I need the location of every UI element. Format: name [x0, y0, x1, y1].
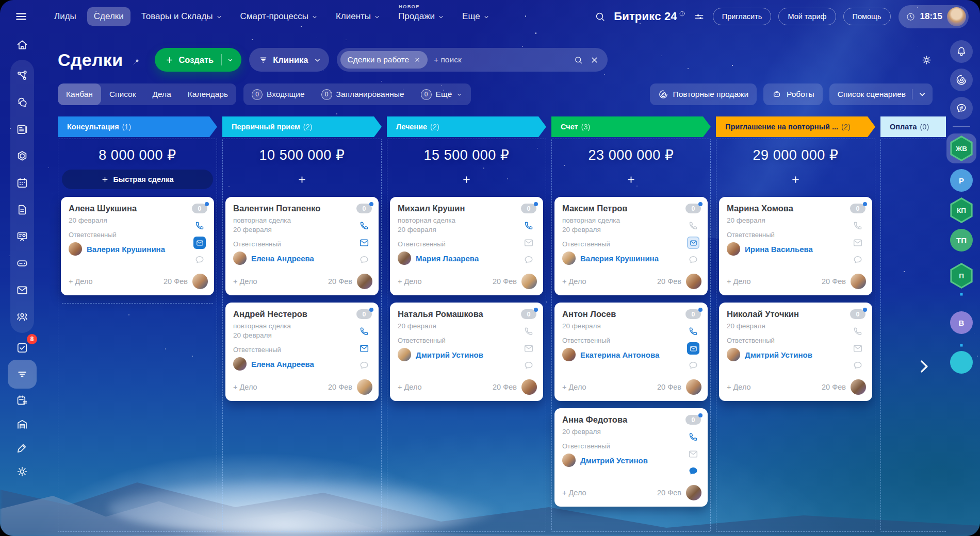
chat-action[interactable]: [852, 359, 864, 372]
phone-action[interactable]: [358, 325, 370, 338]
phone-action[interactable]: [687, 220, 699, 232]
clear-search-icon[interactable]: [590, 55, 599, 65]
user-presence-10[interactable]: В: [950, 311, 973, 334]
assignee-avatar[interactable]: [686, 485, 701, 500]
phone-action[interactable]: [522, 325, 535, 338]
user-avatar[interactable]: [947, 7, 966, 26]
nav-item-2[interactable]: Сделки: [87, 7, 130, 26]
assignee-avatar[interactable]: [521, 379, 537, 395]
search-icon[interactable]: [574, 55, 583, 65]
toolbar-action-2[interactable]: Роботы: [763, 83, 823, 105]
create-deal-button[interactable]: Создать: [155, 48, 241, 72]
add-todo-link[interactable]: + Дело: [69, 277, 93, 286]
chat-action[interactable]: [687, 254, 699, 266]
deal-card[interactable]: Валентин Потапенкоповторная сделка20 фев…: [225, 197, 379, 295]
mail-action[interactable]: [852, 342, 864, 355]
phone-action[interactable]: [687, 325, 699, 338]
notifications-button[interactable]: [950, 40, 973, 63]
assignee-avatar[interactable]: [192, 274, 208, 289]
assignee-avatar[interactable]: [686, 274, 701, 289]
column-header[interactable]: Консультация(1): [58, 116, 217, 137]
sidebar-item-cal[interactable]: [10, 171, 34, 195]
scroll-right-button[interactable]: [915, 358, 933, 375]
sidebar-item-sign[interactable]: [10, 436, 34, 460]
deal-card[interactable]: Андрей Нестеровповторная сделка20 феврал…: [225, 303, 379, 401]
toolbar-action-3[interactable]: Список сценариев: [829, 83, 933, 105]
responsible-link[interactable]: Валерия Крушинина: [580, 254, 659, 263]
sidebar-item-team[interactable]: [10, 305, 34, 329]
column-header[interactable]: Счет(3): [551, 116, 711, 137]
sidebar-item-feed[interactable]: [10, 118, 34, 141]
deal-card[interactable]: Антон Лосев20 февраляОтветственныйЕкатер…: [554, 303, 708, 401]
mail-action[interactable]: [522, 237, 535, 249]
responsible-link[interactable]: Елена Андреева: [251, 254, 314, 263]
sidebar-item-mail[interactable]: [10, 278, 34, 302]
board-settings-icon[interactable]: [921, 54, 933, 66]
phone-action[interactable]: [852, 325, 864, 338]
phone-action[interactable]: [193, 220, 206, 232]
sidebar-item-home[interactable]: [10, 33, 34, 57]
column-header[interactable]: Лечение(2): [387, 116, 546, 137]
mail-action[interactable]: [687, 342, 699, 355]
topbar-button-2[interactable]: Мой тариф: [778, 8, 836, 25]
sidebar-item-copilot[interactable]: [10, 144, 34, 168]
responsible-link[interactable]: Ирина Васильева: [745, 245, 813, 254]
add-todo-link[interactable]: + Дело: [727, 277, 751, 286]
chat-action[interactable]: [358, 254, 370, 266]
assignee-avatar[interactable]: [357, 379, 372, 395]
column-header[interactable]: Первичный прием(2): [222, 116, 382, 137]
user-presence-3[interactable]: КП: [950, 197, 973, 223]
mail-action[interactable]: [193, 237, 206, 249]
phone-action[interactable]: [358, 220, 370, 232]
counter-item-1[interactable]: 0Входящие: [243, 83, 313, 105]
add-todo-link[interactable]: + Дело: [562, 277, 586, 286]
counter-item-2[interactable]: 0Запланированные: [313, 83, 413, 105]
sliders-icon[interactable]: [693, 11, 705, 23]
responsible-link[interactable]: Валерия Крушинина: [87, 245, 165, 254]
sidebar-item-planner[interactable]: [10, 389, 34, 412]
view-tab-4[interactable]: Календарь: [179, 83, 236, 105]
add-todo-link[interactable]: + Дело: [233, 277, 257, 286]
chat-action[interactable]: [193, 254, 206, 266]
assignee-avatar[interactable]: [851, 379, 866, 395]
topbar-button-3[interactable]: Помощь: [843, 8, 891, 25]
add-todo-link[interactable]: + Дело: [398, 383, 422, 391]
nav-item-1[interactable]: Лиды: [47, 7, 83, 26]
sidebar-item-doc[interactable]: [10, 198, 34, 222]
user-presence-13[interactable]: [950, 351, 973, 374]
mail-action[interactable]: [687, 448, 699, 460]
add-todo-link[interactable]: + Дело: [398, 277, 422, 286]
nav-item-6[interactable]: НОВОЕПродажи: [391, 7, 451, 26]
deal-card[interactable]: Николай Уточкин20 февраляОтветственныйДм…: [719, 303, 872, 401]
assignee-avatar[interactable]: [521, 274, 537, 289]
add-deal-button[interactable]: [556, 170, 707, 189]
counter-item-3[interactable]: 0Ещё: [413, 83, 471, 105]
mail-action[interactable]: [358, 342, 370, 355]
sidebar-item-warehouse[interactable]: [10, 412, 34, 436]
chat-transfer-button[interactable]: [950, 97, 973, 120]
sidebar-item-boardp[interactable]: [10, 225, 34, 248]
menu-icon[interactable]: [14, 10, 28, 23]
responsible-link[interactable]: Дмитрий Устинов: [745, 350, 812, 359]
phone-action[interactable]: [687, 431, 699, 443]
assignee-avatar[interactable]: [357, 274, 372, 289]
column-header[interactable]: Приглашение на повторный ...(2): [716, 116, 875, 137]
add-todo-link[interactable]: + Дело: [562, 383, 586, 391]
nav-item-3[interactable]: Товары и Склады: [135, 7, 230, 26]
chat-action[interactable]: [522, 359, 535, 372]
deal-card[interactable]: Наталья Ромашкова20 февраляОтветственный…: [390, 303, 543, 401]
responsible-link[interactable]: Дмитрий Устинов: [580, 456, 648, 465]
responsible-link[interactable]: Елена Андреева: [251, 360, 314, 368]
mail-action[interactable]: [852, 237, 864, 249]
search-icon[interactable]: [594, 11, 606, 23]
user-presence-1[interactable]: ЖВ: [946, 133, 976, 163]
responsible-link[interactable]: Дмитрий Устинов: [416, 350, 483, 359]
mail-action[interactable]: [687, 237, 699, 249]
chat-action[interactable]: [687, 359, 699, 372]
nav-item-5[interactable]: Клиенты: [329, 7, 387, 26]
close-icon[interactable]: [414, 56, 421, 63]
deal-card[interactable]: Анна Федотова20 февраляОтветственныйДмит…: [554, 408, 708, 507]
user-presence-4[interactable]: ТП: [950, 229, 973, 252]
nav-item-4[interactable]: Смарт-процессы: [234, 7, 325, 26]
deal-card[interactable]: Алена Шукшина20 февраляОтветственныйВале…: [61, 197, 214, 295]
